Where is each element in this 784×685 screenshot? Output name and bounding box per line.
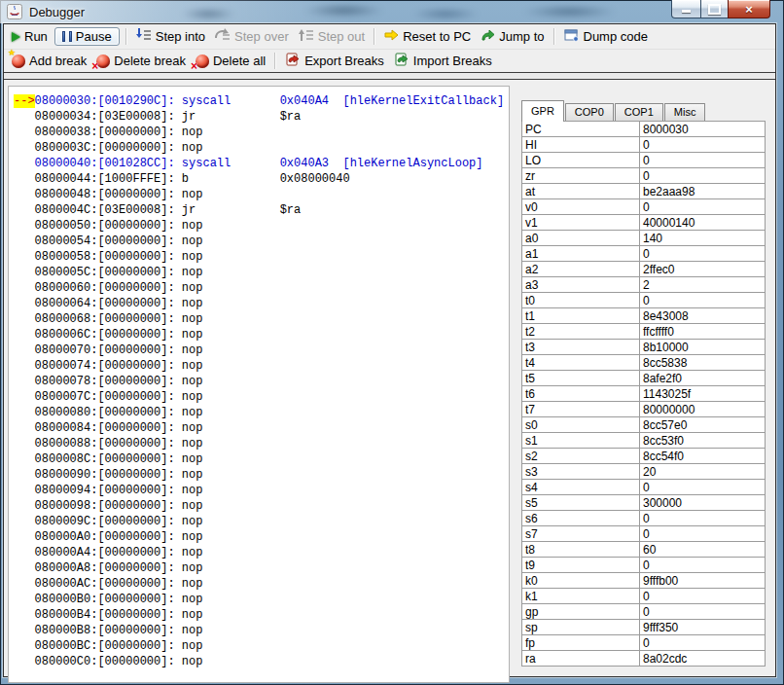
register-row[interactable]: s5300000 <box>522 495 766 511</box>
step-into-button[interactable]: Step into <box>131 26 210 47</box>
register-value: 0 <box>640 589 766 604</box>
disassembly-line[interactable]: -->08000048:[00000000]: nop <box>9 187 509 202</box>
register-row[interactable]: fp0 <box>522 635 766 651</box>
disassembly-line[interactable]: -->080000A0:[00000000]: nop <box>9 529 509 545</box>
step-over-button[interactable]: Step over <box>210 26 294 47</box>
register-row[interactable]: a32 <box>522 277 766 293</box>
pause-button[interactable]: Pause <box>54 27 120 46</box>
tab-cop0[interactable]: COP0 <box>565 103 614 121</box>
disassembly-line[interactable]: -->08000030:[0010290C]: syscall 0x040A4 … <box>9 93 509 109</box>
disassembly-line[interactable]: -->080000BC:[00000000]: nop <box>9 638 509 654</box>
disassembly-line[interactable]: -->0800007C:[00000000]: nop <box>9 389 509 405</box>
delete-all-button[interactable]: Delete all <box>191 52 270 70</box>
register-row[interactable]: t58afe2f0 <box>522 371 766 386</box>
current-instruction-marker: --> <box>14 312 35 326</box>
maximize-button[interactable] <box>700 0 729 18</box>
register-row[interactable]: t90 <box>522 558 766 573</box>
disassembly-line[interactable]: -->08000060:[00000000]: nop <box>9 280 509 296</box>
disassembly-panel[interactable]: -->08000030:[0010290C]: syscall 0x040A4 … <box>8 86 510 683</box>
register-row[interactable]: t61143025f <box>522 386 766 402</box>
register-value: 0 <box>640 293 766 308</box>
register-row[interactable]: t18e43008 <box>522 308 766 324</box>
disassembly-line[interactable]: -->08000064:[00000000]: nop <box>9 296 509 311</box>
register-row[interactable]: s70 <box>522 526 766 542</box>
disassembly-line[interactable]: -->08000098:[00000000]: nop <box>9 498 509 514</box>
register-row[interactable]: v140000140 <box>522 215 766 231</box>
dump-code-button[interactable]: Dump code <box>559 26 653 47</box>
disassembly-line[interactable]: -->0800006C:[00000000]: nop <box>9 327 509 342</box>
delete-break-button[interactable]: Delete break <box>91 52 191 70</box>
register-row[interactable]: v00 <box>522 199 766 215</box>
disassembly-line[interactable]: -->0800008C:[00000000]: nop <box>9 451 509 467</box>
tab-gpr[interactable]: GPR <box>521 100 564 122</box>
register-row[interactable]: a22ffec0 <box>522 262 766 277</box>
minimize-button[interactable] <box>671 0 701 18</box>
disassembly-line[interactable]: -->08000074:[00000000]: nop <box>9 358 509 374</box>
reset-to-pc-button[interactable]: Reset to PC <box>379 26 476 47</box>
instruction-text: 080000B4:[00000000]: nop <box>35 608 280 622</box>
register-row[interactable]: k10 <box>522 589 766 604</box>
register-row[interactable]: atbe2aaa98 <box>522 184 766 199</box>
disassembly-line[interactable]: -->0800005C:[00000000]: nop <box>9 265 509 280</box>
disassembly-line[interactable]: -->08000058:[00000000]: nop <box>9 249 509 265</box>
jump-to-button[interactable]: Jump to <box>476 26 549 47</box>
close-button[interactable]: × <box>728 0 770 18</box>
register-row[interactable]: t00 <box>522 293 766 308</box>
register-row[interactable]: s28cc54f0 <box>522 449 766 464</box>
register-row[interactable]: PC8000030 <box>522 122 766 137</box>
disassembly-line[interactable]: -->08000070:[00000000]: nop <box>9 342 509 358</box>
tab-misc[interactable]: Misc <box>664 103 706 121</box>
register-row[interactable]: k09fffb00 <box>522 573 766 589</box>
disassembly-line[interactable]: -->08000034:[03E00008]: jr $ra <box>9 109 509 125</box>
register-row[interactable]: t48cc5838 <box>522 355 766 371</box>
register-row[interactable]: s08cc57e0 <box>522 417 766 433</box>
disassembly-line[interactable]: -->08000090:[00000000]: nop <box>9 467 509 483</box>
disassembly-line[interactable]: -->08000068:[00000000]: nop <box>9 311 509 327</box>
disassembly-line[interactable]: -->08000080:[00000000]: nop <box>9 405 509 420</box>
tab-cop1[interactable]: COP1 <box>615 103 663 121</box>
disassembly-line[interactable]: -->0800009C:[00000000]: nop <box>9 514 509 529</box>
register-row[interactable]: s18cc53f0 <box>522 433 766 449</box>
disassembly-line[interactable]: -->080000A4:[00000000]: nop <box>9 545 509 560</box>
add-break-button[interactable]: Add break <box>7 52 91 70</box>
export-breaks-button[interactable]: Export Breaks <box>280 51 389 71</box>
disassembly-line[interactable]: -->08000084:[00000000]: nop <box>9 420 509 436</box>
register-row[interactable]: t2ffcffff0 <box>522 324 766 340</box>
disassembly-line[interactable]: -->080000A8:[00000000]: nop <box>9 560 509 576</box>
disassembly-line[interactable]: -->08000044:[1000FFFE]: b 0x08000040 <box>9 171 509 187</box>
disassembly-line[interactable]: -->08000040:[001028CC]: syscall 0x040A3 … <box>9 156 509 171</box>
disassembly-line[interactable]: -->08000038:[00000000]: nop <box>9 125 509 140</box>
disassembly-line[interactable]: -->080000C0:[00000000]: nop <box>9 654 509 669</box>
register-row[interactable]: s40 <box>522 480 766 495</box>
disassembly-line[interactable]: -->080000B8:[00000000]: nop <box>9 623 509 638</box>
disassembly-line[interactable]: -->080000B4:[00000000]: nop <box>9 607 509 623</box>
disassembly-line[interactable]: -->08000050:[00000000]: nop <box>9 218 509 234</box>
step-over-icon <box>215 28 231 45</box>
register-row[interactable]: t38b10000 <box>522 340 766 355</box>
register-row[interactable]: s320 <box>522 464 766 480</box>
register-row[interactable]: a10 <box>522 246 766 262</box>
run-button[interactable]: Run <box>7 27 53 46</box>
register-row[interactable]: zr0 <box>522 168 766 184</box>
titlebar[interactable]: Debugger × <box>0 0 784 23</box>
import-breaks-button[interactable]: Import Breaks <box>389 51 497 71</box>
step-out-button[interactable]: Step out <box>294 26 370 47</box>
register-row[interactable]: a0140 <box>522 231 766 246</box>
register-row[interactable]: gp0 <box>522 604 766 620</box>
register-row[interactable]: s60 <box>522 511 766 526</box>
disassembly-line[interactable]: -->08000088:[00000000]: nop <box>9 436 509 451</box>
instruction-text: 080000A0:[00000000]: nop <box>35 530 280 544</box>
disassembly-line[interactable]: -->0800004C:[03E00008]: jr $ra <box>9 202 509 218</box>
disassembly-line[interactable]: -->0800003C:[00000000]: nop <box>9 140 509 156</box>
register-row[interactable]: LO0 <box>522 153 766 168</box>
register-row[interactable]: HI0 <box>522 137 766 153</box>
register-row[interactable]: t860 <box>522 542 766 558</box>
register-row[interactable]: t780000000 <box>522 402 766 417</box>
disassembly-line[interactable]: -->080000B0:[00000000]: nop <box>9 592 509 607</box>
disassembly-line[interactable]: -->080000AC:[00000000]: nop <box>9 576 509 592</box>
disassembly-line[interactable]: -->08000054:[00000000]: nop <box>9 234 509 249</box>
register-row[interactable]: sp9fff350 <box>522 620 766 635</box>
disassembly-line[interactable]: -->08000078:[00000000]: nop <box>9 374 509 389</box>
register-row[interactable]: ra8a02cdc <box>522 651 766 667</box>
disassembly-line[interactable]: -->08000094:[00000000]: nop <box>9 483 509 498</box>
